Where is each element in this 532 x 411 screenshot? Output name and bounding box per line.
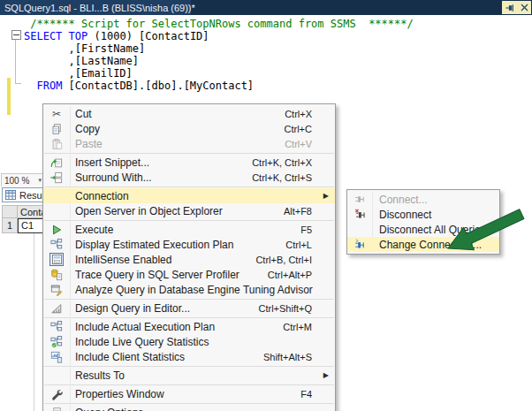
menu-item-label: Display Estimated Execution Plan xyxy=(70,239,285,251)
editor-context-menu: ✂CutCtrl+XCopyCtrl+CPasteCtrl+VInsert Sn… xyxy=(42,103,336,411)
menu-item-insert-snippet[interactable]: Insert Snippet...Ctrl+K, Ctrl+X xyxy=(43,155,335,170)
menu-item-disconnect-all-queries[interactable]: Disconnect All Queries xyxy=(347,222,499,237)
menu-item-label: Connection xyxy=(70,190,335,202)
empty-icon-slot xyxy=(43,188,70,203)
menu-item-label: Include Client Statistics xyxy=(70,351,263,363)
menu-item-connect[interactable]: Connect... xyxy=(347,192,499,207)
menu-item-shortcut: Ctrl+X xyxy=(285,109,335,119)
grid-column-border xyxy=(34,233,34,411)
menu-item-connection[interactable]: Connection▶ xyxy=(43,188,335,203)
tuning-icon xyxy=(43,282,70,297)
copy-icon xyxy=(43,121,70,136)
menu-item-cut[interactable]: ✂CutCtrl+X xyxy=(43,106,335,121)
editor-zoom-dropdown[interactable]: 100 % ▾ xyxy=(1,173,45,187)
plan-live-icon xyxy=(43,334,70,349)
menu-item-paste[interactable]: PasteCtrl+V xyxy=(43,136,335,151)
menu-item-label: Change Connection... xyxy=(374,239,499,251)
submenu-arrow-icon: ▶ xyxy=(323,192,329,200)
intellisense-icon xyxy=(43,252,70,267)
menu-item-shortcut: Ctrl+V xyxy=(285,139,335,149)
design-icon xyxy=(43,301,70,316)
menu-item-label: Results To xyxy=(70,369,335,382)
menu-item-analyze-query-in-database-engine-tuning-advisor[interactable]: Analyze Query in Database Engine Tuning … xyxy=(43,282,335,297)
menu-item-label: Connect... xyxy=(374,194,499,206)
tab-button-zone xyxy=(502,1,531,14)
menu-item-include-actual-execution-plan[interactable]: Include Actual Execution PlanCtrl+M xyxy=(43,319,335,334)
menu-item-label: Execute xyxy=(70,224,300,236)
client-stats-icon xyxy=(43,349,70,364)
document-tab-title: SQLQuery1.sql - BLI...B (BLISS\nisha (69… xyxy=(0,3,195,13)
menu-item-include-live-query-statistics[interactable]: Include Live Query Statistics xyxy=(43,334,335,349)
menu-item-label: Include Live Query Statistics xyxy=(70,336,335,348)
menu-item-label: Design Query in Editor... xyxy=(70,302,258,315)
chevron-down-icon: ▾ xyxy=(38,177,42,184)
menu-item-shortcut: Ctrl+K, Ctrl+X xyxy=(252,157,335,168)
menu-item-include-client-statistics[interactable]: Include Client StatisticsShift+Alt+S xyxy=(43,349,335,364)
wrench-icon xyxy=(43,386,70,401)
plug-blue-icon xyxy=(347,237,374,252)
document-tab[interactable]: SQLQuery1.sql - BLI...B (BLISS\nisha (69… xyxy=(0,0,191,15)
menu-item-intellisense-enabled[interactable]: IntelliSense EnabledCtrl+B, Ctrl+I xyxy=(43,252,335,267)
code-line: FROM [ContactDB].[dbo].[MyContact] xyxy=(24,80,414,92)
code-line: /****** Script for SelectTopNRows comman… xyxy=(24,18,414,30)
surround-icon xyxy=(43,170,70,185)
menu-item-shortcut: Alt+F8 xyxy=(284,206,335,217)
execute-icon xyxy=(43,222,70,237)
document-tab-strip: SQLQuery1.sql - BLI...B (BLISS\nisha (69… xyxy=(0,0,532,15)
menu-item-display-estimated-execution-plan[interactable]: Display Estimated Execution PlanCtrl+L xyxy=(43,237,335,252)
empty-icon-slot xyxy=(43,203,70,218)
code-line: SELECT TOP (1000) [ContactID] xyxy=(24,30,414,42)
menu-item-label: Disconnect xyxy=(374,209,499,221)
menu-item-query-options[interactable]: Query Options... xyxy=(43,405,335,411)
paste-icon xyxy=(43,136,70,151)
zoom-value: 100 % xyxy=(4,176,29,186)
code-line: ,[FirstName] xyxy=(24,42,414,55)
menu-item-shortcut: F4 xyxy=(300,389,335,400)
menu-item-properties-window[interactable]: Properties WindowF4 xyxy=(43,386,335,401)
menu-item-disconnect[interactable]: Disconnect xyxy=(347,207,499,222)
submenu-arrow-icon: ▶ xyxy=(323,371,329,379)
menu-item-label: Properties Window xyxy=(70,388,300,400)
code-line: ,[EmailID] xyxy=(24,67,414,80)
menu-item-trace-query-in-sql-server-profiler[interactable]: Trace Query in SQL Server ProfilerCtrl+A… xyxy=(43,267,335,282)
menu-item-shortcut: Shift+Alt+S xyxy=(263,352,335,362)
menu-item-label: IntelliSense Enabled xyxy=(70,254,255,266)
menu-item-label: Insert Snippet... xyxy=(70,156,252,169)
plan-icon xyxy=(43,319,70,334)
menu-item-design-query-in-editor[interactable]: Design Query in Editor...Ctrl+Shift+Q xyxy=(43,301,335,316)
menu-item-label: Include Actual Execution Plan xyxy=(70,321,283,333)
snippet-icon xyxy=(43,155,70,170)
pressed-toggle-frame xyxy=(49,253,64,266)
change-tracking-bar xyxy=(7,78,11,115)
menu-item-shortcut: F5 xyxy=(300,225,335,235)
menu-item-change-connection[interactable]: Change Connection... xyxy=(347,237,499,252)
code-area: /****** Script for SelectTopNRows comman… xyxy=(24,18,414,92)
code-line: ,[LastName] xyxy=(24,55,414,67)
grid-row-header[interactable]: 1 xyxy=(2,218,18,233)
menu-item-open-server-in-object-explorer[interactable]: Open Server in Object ExplorerAlt+F8 xyxy=(43,203,335,218)
close-icon[interactable] xyxy=(521,4,528,11)
menu-item-label: Open Server in Object Explorer xyxy=(70,205,284,217)
menu-item-surround-with[interactable]: Surround With...Ctrl+K, Ctrl+S xyxy=(43,170,335,185)
menu-item-shortcut: Ctrl+C xyxy=(285,124,335,134)
menu-item-shortcut: Ctrl+M xyxy=(283,322,335,332)
empty-icon-slot xyxy=(347,222,374,237)
plug-x-icon xyxy=(347,207,374,222)
menu-item-label: Trace Query in SQL Server Profiler xyxy=(70,269,268,281)
cut-icon: ✂ xyxy=(43,106,70,121)
menu-item-label: Copy xyxy=(70,123,285,135)
menu-item-shortcut: Ctrl+L xyxy=(285,240,335,250)
pin-icon[interactable] xyxy=(505,4,514,12)
menu-item-label: Query Options... xyxy=(70,407,335,411)
menu-item-label: Paste xyxy=(70,138,285,150)
menu-item-label: Surround With... xyxy=(70,171,252,184)
query-options-icon xyxy=(43,405,70,411)
outline-guide xyxy=(15,40,16,83)
collapse-region-icon[interactable] xyxy=(11,30,21,40)
menu-item-execute[interactable]: ExecuteF5 xyxy=(43,222,335,237)
menu-item-copy[interactable]: CopyCtrl+C xyxy=(43,121,335,136)
grid-corner[interactable] xyxy=(2,205,18,218)
plug-gray-icon xyxy=(347,192,374,207)
menu-item-results-to[interactable]: Results To▶ xyxy=(43,368,335,383)
menu-item-label: Disconnect All Queries xyxy=(374,224,499,236)
